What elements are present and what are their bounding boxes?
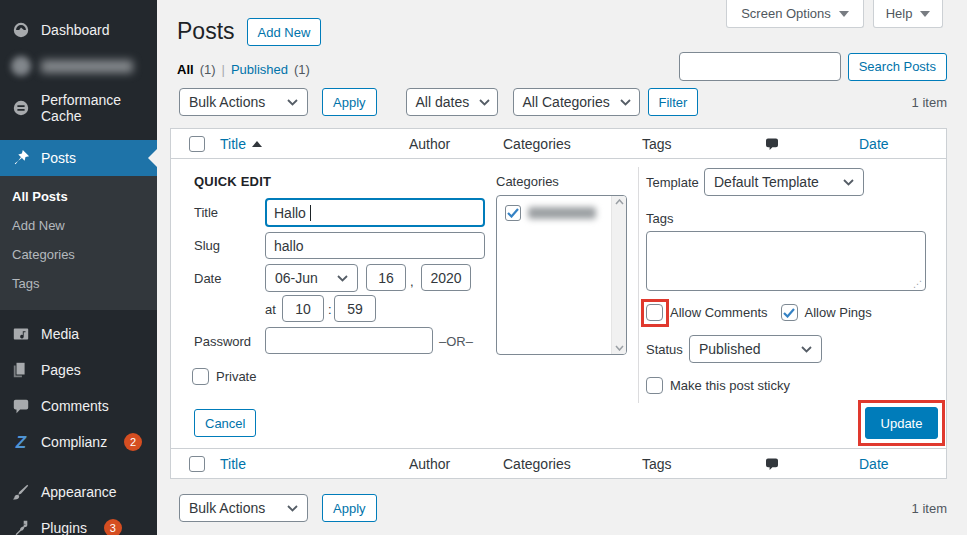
- sort-asc-icon: [252, 141, 262, 147]
- column-label: Date: [859, 456, 889, 472]
- column-footer-date[interactable]: Date: [850, 456, 946, 472]
- category-checkbox[interactable]: [505, 205, 521, 221]
- posts-submenu: All Posts Add New Categories Tags: [0, 176, 157, 310]
- date-label: Date: [194, 271, 221, 286]
- help-label: Help: [886, 6, 913, 21]
- sidebar-item-comments[interactable]: Comments: [0, 388, 157, 424]
- search-posts-button[interactable]: Search Posts: [848, 53, 947, 81]
- template-label: Template: [646, 175, 699, 190]
- bulk-actions-value: Bulk Actions: [189, 500, 265, 516]
- add-new-button[interactable]: Add New: [247, 18, 322, 46]
- view-all-link[interactable]: All: [177, 62, 194, 77]
- chevron-down-icon: [620, 99, 631, 106]
- password-input[interactable]: [265, 327, 433, 354]
- submenu-label: Tags: [12, 276, 39, 291]
- title-value: Hallo: [274, 205, 306, 221]
- tags-textarea[interactable]: [646, 231, 926, 291]
- month-value: 06-Jun: [275, 270, 318, 286]
- search-input[interactable]: [679, 52, 841, 81]
- submenu-label: All Posts: [12, 189, 68, 204]
- resize-handle-icon[interactable]: ⋰: [913, 279, 921, 289]
- performance-cache-icon: [11, 98, 31, 118]
- update-button-annotation: [858, 400, 945, 446]
- allow-pings-checkbox[interactable]: [781, 304, 798, 321]
- comments-column-icon: [764, 136, 850, 152]
- hour-input[interactable]: [282, 295, 324, 322]
- screen-options-button[interactable]: Screen Options: [726, 0, 864, 28]
- submenu-item-all-posts[interactable]: All Posts: [0, 182, 157, 211]
- page-title: Posts: [177, 18, 235, 46]
- chevron-down-icon: [801, 346, 812, 353]
- apply-button-bottom[interactable]: Apply: [322, 494, 377, 522]
- sidebar-item-media[interactable]: Media: [0, 316, 157, 352]
- quick-edit-divider: [638, 167, 639, 403]
- template-select[interactable]: Default Template: [704, 168, 864, 196]
- all-categories-value: All Categories: [523, 94, 610, 110]
- tags-label: Tags: [646, 211, 673, 226]
- column-footer-categories: Categories: [503, 456, 642, 472]
- search-box: Search Posts: [679, 52, 947, 81]
- sticky-checkbox[interactable]: [646, 377, 663, 394]
- chevron-down-icon: [843, 179, 854, 186]
- sidebar-item-appearance[interactable]: Appearance: [0, 474, 157, 510]
- or-label: –OR–: [439, 334, 473, 349]
- all-dates-select[interactable]: All dates: [406, 88, 498, 116]
- sidebar-item-complianz[interactable]: Z Complianz 2: [0, 424, 157, 460]
- submenu-item-tags[interactable]: Tags: [0, 269, 157, 298]
- select-all-checkbox[interactable]: [189, 456, 205, 472]
- column-header-title[interactable]: Title: [211, 136, 409, 152]
- chevron-down-icon: [337, 275, 348, 282]
- all-categories-select[interactable]: All Categories: [513, 88, 640, 116]
- allow-comments-label: Allow Comments: [670, 305, 768, 320]
- top-tablenav: Bulk Actions Apply All dates All Categor…: [170, 88, 947, 116]
- help-button[interactable]: Help: [873, 0, 943, 28]
- chevron-down-icon: [287, 505, 298, 512]
- sidebar-item-dashboard[interactable]: Dashboard: [0, 12, 157, 48]
- main-content: Screen Options Help Posts Add New All (1…: [157, 0, 967, 535]
- time-colon: :: [328, 302, 332, 317]
- title-label: Title: [194, 205, 218, 220]
- text-cursor: [310, 205, 311, 221]
- day-input[interactable]: [366, 264, 406, 291]
- submenu-item-categories[interactable]: Categories: [0, 240, 157, 269]
- apply-button[interactable]: Apply: [322, 88, 377, 116]
- sidebar-item-posts[interactable]: Posts: [0, 140, 157, 176]
- status-label: Status: [646, 342, 683, 357]
- sidebar-item-plugins[interactable]: Plugins 3: [0, 510, 157, 535]
- categories-scrollbar[interactable]: [611, 196, 626, 354]
- month-select[interactable]: 06-Jun: [265, 264, 358, 292]
- year-input[interactable]: [421, 264, 471, 291]
- submenu-label: Categories: [12, 247, 75, 262]
- admin-sidebar: Dashboard Performance Cache Posts All Po…: [0, 0, 157, 535]
- sidebar-item-label: Appearance: [41, 484, 117, 500]
- column-header-date[interactable]: Date: [850, 136, 946, 152]
- cancel-button[interactable]: Cancel: [194, 409, 256, 437]
- bulk-actions-select-bottom[interactable]: Bulk Actions: [179, 494, 308, 522]
- slug-input[interactable]: [265, 232, 485, 259]
- column-label: Title: [220, 456, 246, 472]
- bulk-actions-select[interactable]: Bulk Actions: [179, 88, 308, 116]
- scroll-down-icon: [615, 345, 624, 351]
- quick-edit-panel: QUICK EDIT Title Hallo Slug Date 06-Jun …: [171, 159, 946, 448]
- sidebar-item-label: Media: [41, 326, 79, 342]
- select-all-checkbox[interactable]: [189, 136, 205, 152]
- filter-button[interactable]: Filter: [648, 88, 699, 116]
- category-item[interactable]: [497, 196, 626, 230]
- submenu-item-add-new[interactable]: Add New: [0, 211, 157, 240]
- sidebar-item-pages[interactable]: Pages: [0, 352, 157, 388]
- item-count: 1 item: [912, 95, 947, 110]
- title-input[interactable]: Hallo: [265, 198, 485, 227]
- column-footer-title[interactable]: Title: [211, 456, 409, 472]
- dashboard-icon: [11, 20, 31, 40]
- appearance-icon: [11, 482, 31, 502]
- sidebar-item-label: Pages: [41, 362, 81, 378]
- pin-icon: [11, 148, 31, 168]
- sidebar-item-blurred[interactable]: [0, 48, 157, 84]
- private-checkbox[interactable]: [192, 368, 209, 385]
- sidebar-item-performance-cache[interactable]: Performance Cache: [0, 84, 157, 132]
- minute-input[interactable]: [334, 295, 376, 322]
- view-published-link[interactable]: Published: [231, 62, 288, 77]
- blurred-icon: [11, 56, 31, 76]
- status-select[interactable]: Published: [689, 335, 822, 363]
- view-separator: |: [222, 62, 225, 77]
